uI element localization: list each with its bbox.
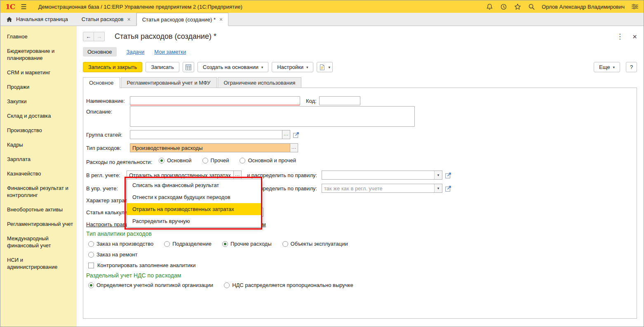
favorites-button[interactable] <box>514 3 521 10</box>
register-records-button[interactable] <box>183 62 194 72</box>
group-open-button[interactable] <box>293 131 300 138</box>
window-titlebar: 1С ☰ Демонстрационная база / 1С:ERP Упра… <box>0 0 644 13</box>
settings-button[interactable]: Настройки ▾ <box>272 62 313 72</box>
control-analytics-checkbox[interactable] <box>88 263 94 268</box>
notifications-button[interactable] <box>486 3 493 10</box>
sidebar-item-nsi-admin[interactable]: НСИ и администрирование <box>0 253 77 274</box>
radio-production-order[interactable]: Заказ на производство <box>88 241 153 247</box>
tab-label: Статьи расходов <box>82 16 124 22</box>
sidebar-item-finresult[interactable]: Финансовый результат и контроллинг <box>0 181 77 202</box>
activity-label: Расходы по деятельности: <box>86 159 152 165</box>
more-menu-icon[interactable]: ⋮ <box>616 33 623 40</box>
sidebar-item-hr[interactable]: Кадры <box>0 137 77 152</box>
more-button[interactable]: Еще ▾ <box>594 62 620 72</box>
forward-button[interactable]: → <box>94 32 105 41</box>
sidebar-item-crm[interactable]: CRM и маркетинг <box>0 65 77 80</box>
sidebar-item-warehouse[interactable]: Склад и доставка <box>0 109 77 123</box>
sidebar-item-ifrs[interactable]: Международный финансовый учет <box>0 231 77 253</box>
document-icon <box>319 64 325 71</box>
radio-other-expenses[interactable]: Прочие расходы <box>222 241 272 247</box>
radio-icon <box>222 241 228 247</box>
tab-close-icon[interactable]: × <box>127 16 131 23</box>
titlebar-settings-button[interactable] <box>631 3 639 10</box>
sidebar-item-main[interactable]: Главное <box>0 29 77 44</box>
radio-icon <box>282 241 288 247</box>
radio-icon <box>159 158 165 164</box>
save-button[interactable]: Записать <box>146 62 179 72</box>
radio-label: Заказ на ремонт <box>96 251 138 258</box>
group-choose-button[interactable]: ... <box>282 130 290 139</box>
description-textarea[interactable] <box>130 106 415 127</box>
tab-expense-item-new[interactable]: Статья расходов (создание) * × <box>136 13 229 26</box>
sliders-icon <box>631 3 639 10</box>
chevron-down-icon[interactable]: ▾ <box>434 184 442 192</box>
reg-method-choose-button[interactable]: ... <box>233 171 242 180</box>
nav-main-pill[interactable]: Основное <box>83 47 117 57</box>
type-input[interactable] <box>130 143 290 152</box>
mgmt-method-dropdown: Списать на финансовый результат Отнести … <box>127 179 261 227</box>
form-tab-restriction[interactable]: Ограничение использования <box>218 77 302 88</box>
sidebar-item-production[interactable]: Производство <box>0 123 77 137</box>
sidebar-item-treasury[interactable]: Казначейство <box>0 166 77 181</box>
save-and-close-button[interactable]: Записать и закрыть <box>83 62 142 72</box>
search-button[interactable] <box>528 3 535 10</box>
radio-vat-policy[interactable]: Определяется учетной политикой организац… <box>88 282 213 288</box>
chevron-down-icon: ▾ <box>306 65 308 69</box>
dropdown-item-write-off[interactable]: Списать на финансовый результат <box>127 179 261 191</box>
sidebar-item-budgeting[interactable]: Бюджетирование и планирование <box>0 44 77 65</box>
close-document-icon[interactable]: × <box>632 33 637 40</box>
open-icon <box>445 185 452 192</box>
reg-rule-open-button[interactable] <box>445 172 452 179</box>
radio-activity-both[interactable]: Основной и прочей <box>240 157 296 164</box>
dropdown-item-manual[interactable]: Распределить вручную <box>127 215 261 227</box>
sidebar-item-fixed-assets[interactable]: Внеоборотные активы <box>0 202 77 217</box>
mgmt-rule-combo[interactable]: так же как в регл. учете ▾ <box>322 184 442 193</box>
group-input[interactable] <box>130 130 282 139</box>
radio-icon <box>164 241 170 247</box>
reports-button[interactable]: ▾ <box>317 62 333 72</box>
chevron-down-icon[interactable]: ▾ <box>434 171 442 179</box>
analytics-checkbox-row: Контролировать заполнение аналитики <box>88 262 196 268</box>
radio-operation-objects[interactable]: Объекты эксплуатации <box>282 241 348 247</box>
chevron-down-icon: ▾ <box>613 65 615 69</box>
sidebar-item-regulated-accounting[interactable]: Регламентированный учет <box>0 217 77 231</box>
radio-vat-revenue[interactable]: НДС распределяется пропорционально выруч… <box>224 282 353 288</box>
checkbox-label: Контролировать заполнение аналитики <box>97 262 196 268</box>
history-button[interactable] <box>500 3 507 10</box>
tab-expense-items-list[interactable]: Статьи расходов × <box>76 13 136 26</box>
mgmt-rule-open-button[interactable] <box>445 185 452 192</box>
main-menu-button[interactable]: ☰ <box>21 3 26 11</box>
mgmt-accounting-label: В упр. учете: <box>86 185 118 192</box>
reg-method-field[interactable]: Отразить на производственных затратах <box>127 171 234 180</box>
titlebar-actions: Орлов Александр Владимирович <box>486 3 639 10</box>
tab-close-icon[interactable]: × <box>219 16 223 23</box>
open-windows-tabbar: Начальная страница Статьи расходов × Ста… <box>0 13 644 26</box>
radio-repair-order[interactable]: Заказ на ремонт <box>88 251 138 258</box>
create-based-on-button[interactable]: Создать на основании ▾ <box>197 62 268 72</box>
sidebar-item-sales[interactable]: Продажи <box>0 80 77 94</box>
back-button[interactable]: ← <box>83 32 94 41</box>
radio-department[interactable]: Подразделение <box>164 241 212 247</box>
nav-notes-link[interactable]: Мои заметки <box>154 49 186 55</box>
tab-home[interactable]: Начальная страница <box>0 13 76 26</box>
name-input[interactable] <box>130 96 300 105</box>
code-input[interactable] <box>319 96 360 105</box>
nav-tasks-link[interactable]: Задачи <box>127 49 145 55</box>
tab-home-label: Начальная страница <box>16 16 68 22</box>
current-user[interactable]: Орлов Александр Владимирович <box>542 4 625 10</box>
dropdown-item-production-costs[interactable]: Отразить на производственных затратах <box>127 203 261 215</box>
reg-rule-combo[interactable]: ▾ <box>322 171 442 180</box>
radio-activity-main[interactable]: Основной <box>159 157 192 164</box>
form-tab-main[interactable]: Основное <box>83 77 120 88</box>
radio-label: Основной <box>167 157 192 164</box>
sidebar-item-purchases[interactable]: Закупки <box>0 94 77 109</box>
document-header: ← → Статья расходов (создание) * ⋮ × <box>83 30 637 43</box>
form-tab-regulated[interactable]: Регламентированный учет и МФУ <box>121 77 217 88</box>
app-body: Главное Бюджетирование и планирование CR… <box>0 26 644 327</box>
type-choose-button[interactable]: ... <box>290 143 298 152</box>
radio-activity-other[interactable]: Прочей <box>202 157 229 164</box>
sidebar-item-payroll[interactable]: Зарплата <box>0 152 77 166</box>
dropdown-item-deferred[interactable]: Отнести к расходам будущих периодов <box>127 191 261 203</box>
help-button[interactable]: ? <box>626 62 637 72</box>
1c-logo[interactable]: 1С <box>5 2 15 11</box>
